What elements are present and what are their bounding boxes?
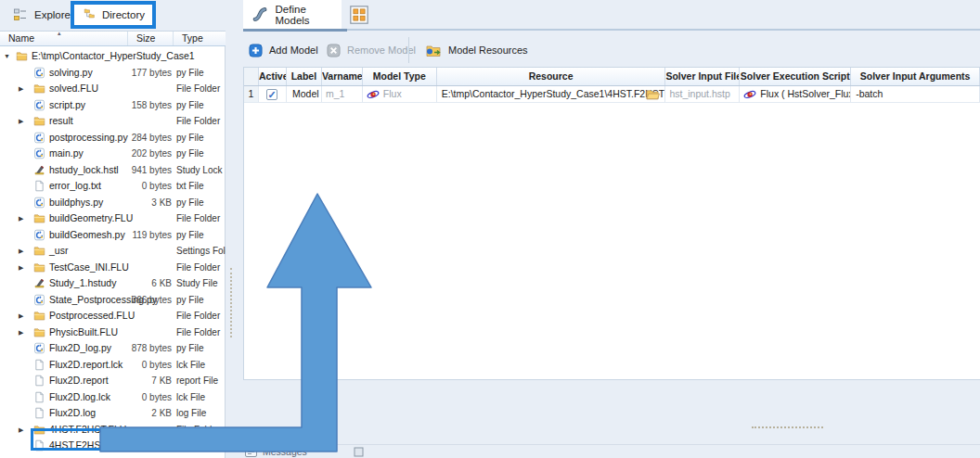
folder-icon bbox=[16, 50, 28, 62]
add-model-button[interactable]: Add Model bbox=[249, 39, 318, 61]
tab-strip-divider bbox=[243, 29, 980, 31]
tab-define-models[interactable]: Define Models bbox=[243, 0, 342, 29]
file-name[interactable]: Flux2D.log bbox=[49, 405, 96, 422]
solver-execution-script-cell[interactable]: Flux ( HstSolver_Flux ) bbox=[740, 86, 851, 102]
table-header-solver-input-arguments[interactable]: Solver Input Arguments bbox=[851, 68, 980, 85]
table-header-label[interactable]: Label bbox=[287, 68, 322, 85]
tree-row[interactable]: solving.py177 bytespy File bbox=[0, 65, 226, 82]
file-name[interactable]: TestCase_INI.FLU bbox=[49, 260, 129, 276]
tree-row[interactable]: Flux2D.log.lck0 byteslck File bbox=[0, 389, 226, 406]
active-checkbox[interactable] bbox=[266, 89, 277, 100]
table-header-solver-execution-script[interactable]: Solver Execution Script bbox=[740, 68, 851, 85]
tree-row[interactable]: ▶Postprocessed.FLUFile Folder bbox=[0, 308, 226, 324]
expand-arrow-icon[interactable]: ▶ bbox=[19, 260, 23, 276]
model-row[interactable]: 1Model 1m_1FluxE:\tmp\Contactor_HyperStu… bbox=[244, 86, 980, 103]
file-name[interactable]: script.py bbox=[49, 97, 85, 114]
label-cell[interactable]: Model 1 bbox=[287, 86, 322, 102]
file-name[interactable]: Postprocessed.FLU bbox=[49, 308, 135, 324]
tree-row[interactable]: Flux2D.report7 KBreport File bbox=[0, 373, 226, 389]
file-name[interactable]: result bbox=[49, 113, 73, 130]
tree-row[interactable]: ▶buildGeometry.FLUFile Folder bbox=[0, 210, 226, 227]
tree-row[interactable]: ▶_usrSettings Folder bbox=[0, 243, 226, 260]
column-header-type[interactable]: Type bbox=[174, 32, 226, 45]
file-name[interactable]: Flux2D.log.lck bbox=[49, 389, 110, 406]
expand-arrow-icon[interactable]: ▶ bbox=[19, 81, 23, 97]
tree-row[interactable]: ▶resultFile Folder bbox=[0, 113, 226, 130]
tree-row[interactable]: buildGeomesh.py119 bytespy File bbox=[0, 227, 226, 244]
toolbar-separator bbox=[408, 37, 409, 63]
file-type: py File bbox=[176, 130, 226, 146]
tree-row[interactable]: buildphys.py3 KBpy File bbox=[0, 195, 226, 211]
explorer-icon bbox=[13, 7, 28, 22]
doc-icon bbox=[33, 391, 45, 403]
resource-cell[interactable]: E:\tmp\Contactor_HyperStudy_Case1\4HST.F… bbox=[437, 86, 666, 102]
tree-row[interactable]: ▶TestCase_INI.FLUFile Folder bbox=[0, 260, 226, 276]
messages-pin-icon[interactable] bbox=[354, 447, 364, 457]
py-icon bbox=[33, 132, 45, 144]
model-type-cell[interactable]: Flux bbox=[363, 86, 437, 102]
table-header-varname[interactable]: Varname bbox=[322, 68, 363, 85]
file-size: 0 bytes bbox=[105, 357, 172, 374]
expand-arrow-icon[interactable]: ▶ bbox=[19, 308, 23, 324]
splitter-handle-icon[interactable] bbox=[230, 268, 232, 337]
active-cell[interactable] bbox=[259, 86, 287, 102]
table-header-active[interactable]: Active bbox=[259, 68, 287, 85]
tree-row[interactable]: error_log.txt0 bytestxt File bbox=[0, 178, 226, 195]
table-header-solver-input-file[interactable]: Solver Input File bbox=[665, 68, 740, 85]
remove-model-button[interactable]: Remove Model bbox=[327, 39, 416, 61]
tree-row[interactable]: ▼E:\tmp\Contactor_HyperStudy_Case1 bbox=[0, 48, 226, 65]
tree-row[interactable]: Flux2D.log2 KBlog File bbox=[0, 405, 226, 422]
table-header-gutter[interactable] bbox=[244, 68, 259, 85]
expand-arrow-icon[interactable]: ▶ bbox=[19, 243, 23, 260]
file-name[interactable]: Flux2D_log.py bbox=[49, 340, 111, 357]
bottom-panel-handle[interactable] bbox=[752, 426, 823, 428]
file-name[interactable]: error_log.txt bbox=[49, 178, 101, 195]
hyperstudy-window: Explorer Directory Name▴ Size Type ▼E:\t… bbox=[0, 0, 980, 458]
model-resources-button[interactable]: Model Resources bbox=[425, 39, 528, 61]
file-name[interactable]: Flux2D.report bbox=[49, 373, 109, 389]
table-header-model-type[interactable]: Model Type bbox=[363, 68, 437, 85]
file-name[interactable]: _usr bbox=[49, 243, 68, 260]
matrix-view-tab[interactable] bbox=[349, 5, 369, 25]
file-name[interactable]: buildGeometry.FLU bbox=[49, 210, 133, 227]
file-size: 3 KB bbox=[105, 195, 172, 211]
tree-row[interactable]: script.py158 bytespy File bbox=[0, 97, 226, 114]
expand-arrow-icon[interactable]: ▶ bbox=[19, 324, 23, 341]
column-header-name[interactable]: Name▴ bbox=[0, 32, 128, 45]
file-type: py File bbox=[176, 97, 226, 114]
file-name[interactable]: PhysicBuilt.FLU bbox=[49, 324, 118, 341]
solver-input-file-cell[interactable]: hst_input.hstp bbox=[665, 86, 740, 102]
tree-row[interactable]: Flux2D.report.lck0 byteslck File bbox=[0, 357, 226, 374]
expand-arrow-icon[interactable]: ▶ bbox=[19, 113, 23, 130]
panel-splitter[interactable] bbox=[226, 0, 243, 458]
solver-script-label: Flux ( HstSolver_Flux ) bbox=[760, 86, 851, 102]
file-size: 119 bytes bbox=[105, 227, 172, 244]
messages-bar[interactable]: Messages bbox=[243, 444, 980, 458]
file-name[interactable]: buildphys.py bbox=[49, 195, 103, 211]
row-number[interactable]: 1 bbox=[244, 86, 259, 102]
tree-row[interactable]: Study_1.hstudy6 KBStudy File bbox=[0, 275, 226, 292]
tree-row[interactable]: ▶PhysicBuilt.FLUFile Folder bbox=[0, 324, 226, 341]
expand-arrow-icon[interactable]: ▶ bbox=[19, 422, 23, 439]
tree-row[interactable]: hstudy_lock.hstl941 bytesStudy Lock bbox=[0, 162, 226, 179]
flux-icon bbox=[367, 88, 380, 101]
expand-arrow-icon[interactable]: ▶ bbox=[19, 210, 23, 227]
remove-model-label: Remove Model bbox=[347, 45, 416, 56]
column-header-size[interactable]: Size bbox=[128, 32, 174, 45]
tab-define-models-label: Define Models bbox=[276, 4, 342, 26]
file-name[interactable]: E:\tmp\Contactor_HyperStudy_Case1 bbox=[32, 48, 195, 65]
file-name[interactable]: solved.FLU bbox=[49, 81, 98, 97]
collapse-arrow-icon[interactable]: ▼ bbox=[4, 48, 10, 65]
tree-row[interactable]: Flux2D_log.py878 bytespy File bbox=[0, 340, 226, 357]
models-table: ActiveLabelVarnameModel TypeResourceSolv… bbox=[243, 67, 980, 380]
tree-row[interactable]: main.py202 bytespy File bbox=[0, 146, 226, 162]
solver-input-arguments-cell[interactable]: -batch bbox=[851, 86, 980, 102]
tree-row[interactable]: postprocessing.py284 bytespy File bbox=[0, 130, 226, 146]
file-name[interactable]: main.py bbox=[49, 146, 84, 162]
table-header-resource[interactable]: Resource bbox=[437, 68, 666, 85]
file-name[interactable]: solving.py bbox=[49, 65, 93, 82]
tree-row[interactable]: State_Postprocessing.py366 bytespy File bbox=[0, 292, 226, 309]
varname-cell[interactable]: m_1 bbox=[322, 86, 363, 102]
browse-folder-icon[interactable] bbox=[646, 88, 660, 100]
tree-row[interactable]: ▶solved.FLUFile Folder bbox=[0, 81, 226, 97]
